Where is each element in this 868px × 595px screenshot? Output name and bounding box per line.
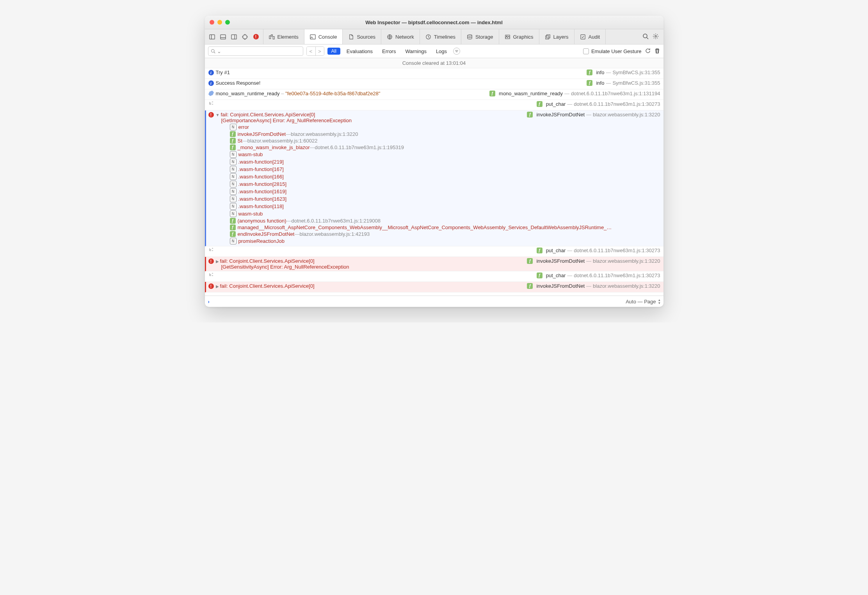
console-log-area: Console cleared at 13:01:04 Try #1ƒinfo … [205, 58, 663, 296]
tab-storage[interactable]: Storage [461, 29, 499, 44]
prompt-icon: › [208, 299, 210, 305]
tab-sources[interactable]: Sources [342, 29, 381, 44]
reload-icon[interactable] [645, 48, 651, 55]
disclosure-triangle-down-icon[interactable]: ▼ [216, 113, 220, 117]
stack-frame[interactable]: Nwasm-stub [230, 210, 524, 217]
history-nav: < > [306, 46, 324, 56]
stack-frame[interactable]: Nerror [230, 123, 524, 131]
stack-frame[interactable]: N.wasm-function[2815] [230, 180, 524, 188]
info-icon [208, 70, 214, 75]
stack-frame[interactable]: Nwasm-stub [230, 151, 524, 158]
stack-frame[interactable]: ƒmanaged__Microsoft_AspNetCore_Component… [230, 224, 524, 231]
console-cleared-banner: Console cleared at 13:01:04 [205, 58, 663, 68]
svg-point-19 [506, 36, 507, 36]
console-rows[interactable]: Try #1ƒinfo — SymBfwCS.js:31:355Success … [205, 68, 663, 296]
svg-rect-13 [273, 36, 274, 39]
svg-rect-20 [545, 36, 548, 39]
error-icon [208, 112, 214, 118]
svg-rect-22 [580, 34, 585, 39]
tab-audit[interactable]: Audit [574, 29, 606, 44]
clear-console-icon[interactable] [654, 48, 660, 55]
tree-icon [209, 248, 213, 253]
tree-icon [209, 273, 213, 278]
settings-icon[interactable] [653, 33, 659, 41]
dock-bottom-icon[interactable] [218, 34, 228, 40]
stack-frame[interactable]: N.wasm-function[1623] [230, 195, 524, 203]
svg-rect-2 [221, 34, 226, 39]
window-title: Web Inspector — biptsdf.celloconnect.com… [205, 20, 663, 25]
filter-more-icon[interactable] [453, 48, 460, 55]
search-scope-chevron[interactable]: ⌄ [217, 48, 221, 54]
dock-right-icon[interactable] [229, 34, 239, 40]
stack-frame[interactable]: ƒinvokeJSFromDotNet — blazor.webassembly… [230, 131, 524, 137]
error-row[interactable]: ▶fail: Conjoint.Client.Services.ApiServi… [205, 257, 663, 271]
filter-errors[interactable]: Errors [379, 48, 399, 55]
tabbar: ElementsConsoleSourcesNetworkTimelinesSt… [205, 29, 663, 45]
svg-point-26 [211, 50, 214, 53]
svg-rect-12 [271, 34, 272, 36]
log-row[interactable]: Try #1ƒinfo — SymBfwCS.js:31:355 [205, 68, 663, 79]
error-row[interactable]: ▼fail: Conjoint.Client.Services.ApiServi… [205, 110, 663, 246]
search-input[interactable]: ⌄ [208, 46, 303, 56]
svg-rect-14 [310, 34, 315, 39]
svg-rect-4 [231, 34, 237, 39]
traffic-lights [210, 20, 230, 25]
close-button[interactable] [210, 20, 214, 25]
inspector-window: Web Inspector — biptsdf.celloconnect.com… [205, 16, 663, 307]
stack-frame[interactable]: N.wasm-function[1619] [230, 188, 524, 195]
search-icon[interactable] [642, 33, 649, 41]
info-icon [208, 80, 214, 86]
stack-frame[interactable]: N.wasm-function[118] [230, 203, 524, 210]
history-back-button[interactable]: < [307, 47, 315, 55]
disclosure-triangle-right-icon[interactable]: ▶ [216, 284, 219, 289]
svg-line-24 [647, 37, 648, 39]
log-row[interactable]: ƒput_char — dotnet.6.0.11.1b7nwe63m1.js:… [205, 100, 663, 110]
filter-warnings[interactable]: Warnings [402, 48, 429, 55]
titlebar: Web Inspector — biptsdf.celloconnect.com… [205, 16, 663, 29]
stack-frame[interactable]: N.wasm-function[167] [230, 166, 524, 173]
tab-network[interactable]: Network [381, 29, 420, 44]
console-input-bar: › Auto — Page ▴▾ [205, 296, 663, 307]
filter-bar: ⌄ < > All Evaluations Errors Warnings Lo… [205, 45, 663, 58]
emulate-user-gesture[interactable]: Emulate User Gesture [583, 48, 642, 54]
checkbox-icon[interactable] [583, 48, 589, 54]
stack-frame[interactable]: ƒendInvokeJSFromDotNet — blazor.webassem… [230, 231, 524, 237]
tab-layers[interactable]: Layers [539, 29, 575, 44]
error-icon [208, 283, 214, 289]
log-row[interactable]: mono_wasm_runtime_ready – "fe00e07a-5519… [205, 89, 663, 100]
element-picker-icon[interactable] [240, 34, 250, 40]
error-indicator-icon[interactable] [251, 34, 261, 39]
stack-frame[interactable]: ƒ(anonymous function) — dotnet.6.0.11.1b… [230, 217, 524, 224]
tab-console[interactable]: Console [304, 29, 343, 44]
filter-logs[interactable]: Logs [433, 48, 450, 55]
svg-rect-11 [269, 36, 270, 39]
tab-elements[interactable]: Elements [263, 29, 304, 44]
tree-icon [209, 102, 213, 106]
tab-graphics[interactable]: Graphics [499, 29, 539, 44]
svg-point-25 [655, 36, 656, 37]
updown-icon: ▴▾ [658, 298, 660, 305]
history-forward-button[interactable]: > [315, 47, 324, 55]
filter-evaluations[interactable]: Evaluations [343, 48, 376, 55]
svg-rect-0 [210, 34, 215, 39]
log-row[interactable]: ƒput_char — dotnet.6.0.11.1b7nwe63m1.js:… [205, 271, 663, 282]
filter-all[interactable]: All [327, 48, 340, 55]
context-selector[interactable]: Auto — Page ▴▾ [626, 298, 660, 305]
log-row[interactable]: ƒput_char — dotnet.6.0.11.1b7nwe63m1.js:… [205, 246, 663, 257]
error-icon [208, 258, 214, 264]
dock-left-icon[interactable] [207, 34, 217, 40]
svg-rect-21 [546, 34, 550, 37]
svg-line-27 [214, 52, 215, 53]
error-row[interactable]: ▶fail: Conjoint.Client.Services.ApiServi… [205, 282, 663, 292]
stack-frame[interactable]: N.wasm-function[166] [230, 173, 524, 180]
stack-frame[interactable]: ƒ_mono_wasm_invoke_js_blazor — dotnet.6.… [230, 144, 524, 151]
svg-point-17 [468, 34, 472, 36]
stack-frame[interactable]: NpromiseReactionJob [230, 237, 524, 245]
stack-frame[interactable]: ƒSt — blazor.webassembly.js:1:60022 [230, 137, 524, 144]
zoom-button[interactable] [225, 20, 230, 25]
minimize-button[interactable] [217, 20, 222, 25]
log-row[interactable]: Success Response!ƒinfo — SymBfwCS.js:31:… [205, 79, 663, 89]
tab-timelines[interactable]: Timelines [420, 29, 461, 44]
disclosure-triangle-right-icon[interactable]: ▶ [216, 259, 219, 264]
stack-frame[interactable]: N.wasm-function[219] [230, 158, 524, 166]
